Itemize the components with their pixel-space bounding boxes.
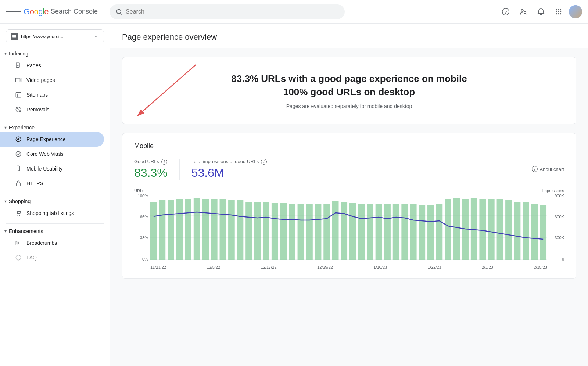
sidebar-item-sitemaps[interactable]: Sitemaps [0, 87, 104, 102]
svg-rect-61 [323, 204, 330, 260]
core-web-vitals-label: Core Web Vitals [26, 151, 64, 157]
sidebar-item-shopping-tab[interactable]: Shopping tab listings [0, 206, 104, 220]
svg-rect-86 [540, 205, 546, 260]
x-label-2: 12/5/22 [207, 265, 220, 269]
sidebar-item-page-experience[interactable]: Page Experience [0, 132, 104, 147]
svg-rect-49 [220, 199, 226, 260]
x-label-4: 12/29/22 [317, 265, 333, 269]
notifications-button[interactable] [534, 4, 548, 19]
x-label-8: 2/15/23 [534, 265, 547, 269]
help-button[interactable]: ? [498, 4, 513, 19]
hero-subtitle: Pages are evaluated separately for mobil… [134, 103, 564, 109]
svg-rect-71 [410, 204, 417, 260]
svg-rect-72 [419, 205, 425, 260]
svg-line-22 [16, 107, 21, 112]
svg-point-10 [558, 11, 559, 12]
page-experience-icon [15, 136, 22, 143]
enhancements-label: Enhancements [9, 228, 43, 234]
app-title: Search Console [51, 8, 98, 15]
avatar[interactable] [569, 5, 582, 18]
svg-rect-19 [16, 78, 20, 82]
x-label-6: 1/22/23 [428, 265, 441, 269]
google-logo: Google [24, 7, 49, 17]
help-icon: ? [502, 8, 510, 16]
breadcrumbs-icon [15, 239, 22, 247]
apps-button[interactable] [551, 4, 566, 19]
sidebar-item-mobile-usability[interactable]: Mobile Usability [0, 161, 104, 176]
impressions-metric: Total impressions of good URLs i 53.6M [191, 159, 279, 180]
experience-chevron: ▾ [4, 125, 7, 130]
chart-card: Mobile Good URLs i 83.3% Total impressio… [122, 133, 576, 279]
site-selector[interactable]: https://www.yoursit... [6, 29, 104, 43]
svg-rect-65 [358, 204, 365, 260]
y-axis-left-values: 100% 66% 33% 0% [134, 194, 148, 261]
svg-point-29 [17, 215, 18, 216]
search-bar[interactable] [110, 4, 345, 19]
svg-rect-67 [376, 204, 382, 260]
sidebar-item-breadcrumbs[interactable]: Breadcrumbs [0, 236, 104, 250]
menu-button[interactable] [6, 4, 21, 19]
site-icon [11, 33, 18, 40]
sidebar-item-removals[interactable]: Removals [0, 102, 104, 117]
main-layout: https://www.yoursit... ▾ Indexing Pages … [0, 24, 588, 366]
sitemaps-label: Sitemaps [26, 92, 48, 98]
site-favicon [12, 34, 17, 39]
hero-card: 83.3% URLs with a good page experience o… [122, 57, 576, 124]
mobile-usability-icon [15, 165, 22, 172]
chart-area: URLs Impressions 100% 66% 33% 0% 900K 60… [134, 189, 564, 269]
chart-svg [150, 194, 547, 260]
svg-rect-53 [254, 202, 261, 260]
svg-line-1 [121, 13, 122, 15]
svg-rect-20 [16, 92, 21, 97]
sidebar-item-video-pages[interactable]: Video pages [0, 73, 104, 87]
svg-point-9 [556, 11, 557, 12]
impressions-value: 53.6M [191, 166, 267, 180]
svg-rect-70 [401, 204, 408, 260]
sidebar-item-core-web-vitals[interactable]: Core Web Vitals [0, 147, 104, 161]
svg-rect-58 [298, 204, 304, 260]
admin-icon [519, 8, 527, 16]
removals-label: Removals [26, 107, 49, 112]
search-console-admin-button[interactable] [516, 4, 531, 19]
svg-rect-43 [168, 200, 174, 260]
svg-text:?: ? [505, 9, 507, 14]
app-header: Google Search Console ? [0, 0, 588, 24]
divider-2 [6, 194, 104, 194]
good-urls-label: Good URLs i [134, 159, 168, 165]
indexing-chevron: ▾ [4, 51, 7, 56]
faq-icon: ? [15, 254, 22, 261]
https-icon [15, 180, 22, 187]
sidebar-item-https[interactable]: HTTPS [0, 176, 104, 191]
indexing-section-header[interactable]: ▾ Indexing [0, 49, 110, 58]
svg-rect-76 [453, 198, 460, 260]
svg-rect-73 [427, 205, 434, 260]
svg-rect-54 [263, 202, 269, 260]
x-label-7: 2/3/23 [482, 265, 493, 269]
about-chart-button[interactable]: i About chart [532, 166, 564, 172]
good-urls-value: 83.3% [134, 166, 168, 180]
good-urls-info-icon[interactable]: i [161, 159, 167, 165]
svg-rect-41 [150, 202, 157, 260]
https-label: HTTPS [26, 180, 43, 186]
shopping-tab-label: Shopping tab listings [26, 210, 74, 216]
svg-point-6 [556, 9, 557, 10]
y-axis-left-label: URLs [134, 189, 144, 193]
shopping-section-header[interactable]: ▾ Shopping [0, 197, 110, 206]
removals-icon [15, 106, 22, 113]
svg-rect-44 [176, 199, 183, 260]
svg-rect-57 [289, 204, 295, 260]
about-chart-info-icon: i [532, 166, 538, 172]
experience-section-header[interactable]: ▾ Experience [0, 123, 110, 132]
shopping-label: Shopping [9, 198, 31, 204]
search-input[interactable] [126, 8, 339, 15]
svg-rect-45 [185, 199, 191, 260]
svg-rect-52 [245, 202, 252, 260]
hero-headline-line1: 83.3% URLs with a good page experience o… [231, 73, 467, 84]
enhancements-chevron: ▾ [4, 229, 7, 234]
sidebar-item-pages[interactable]: Pages [0, 58, 104, 73]
faq-label: FAQ [26, 255, 37, 261]
enhancements-section-header[interactable]: ▾ Enhancements [0, 227, 110, 236]
svg-rect-81 [497, 199, 503, 260]
impressions-info-icon[interactable]: i [261, 159, 267, 165]
sidebar-item-faq[interactable]: ? FAQ [0, 250, 104, 265]
